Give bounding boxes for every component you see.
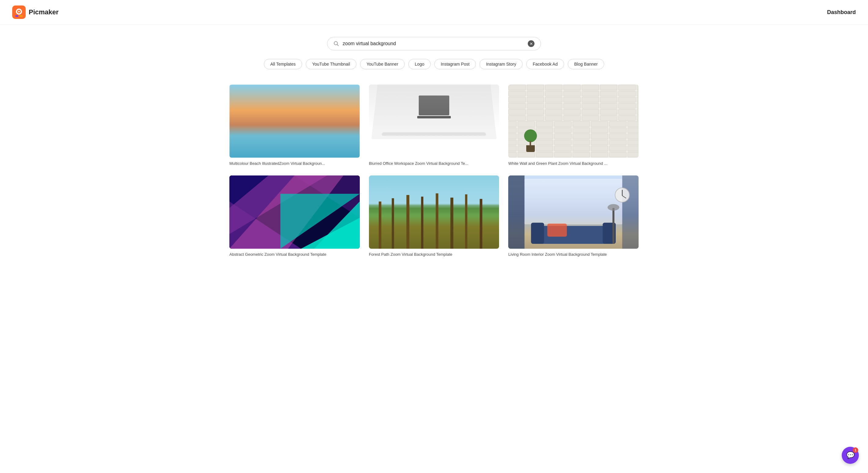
svg-point-3 <box>18 11 20 12</box>
template-thumbnail <box>508 85 639 158</box>
filter-logo[interactable]: Logo <box>408 59 431 69</box>
template-card[interactable]: White Wall and Green Plant Zoom Virtual … <box>508 85 639 166</box>
chat-bubble[interactable]: 💬 1 <box>842 447 859 464</box>
logo[interactable]: Picmaker <box>12 5 59 19</box>
svg-rect-29 <box>369 175 499 249</box>
filter-youtube-banner[interactable]: YouTube Banner <box>360 59 405 69</box>
svg-rect-4 <box>15 15 18 17</box>
logo-text: Picmaker <box>29 8 59 16</box>
svg-rect-33 <box>534 226 613 244</box>
filter-instagram-story[interactable]: Instagram Story <box>479 59 523 69</box>
search-input[interactable] <box>343 41 524 46</box>
filter-instagram-post[interactable]: Instagram Post <box>434 59 476 69</box>
svg-rect-5 <box>20 15 23 17</box>
filter-blog-banner[interactable]: Blog Banner <box>568 59 604 69</box>
chat-icon: 💬 <box>846 451 855 459</box>
svg-marker-18 <box>314 202 360 249</box>
svg-rect-34 <box>531 223 544 244</box>
template-label: Forest Path Zoom Virtual Background Temp… <box>369 252 499 257</box>
filter-youtube-thumb[interactable]: YouTube Thumbnail <box>306 59 356 69</box>
plant-decoration <box>524 129 537 152</box>
svg-rect-31 <box>622 175 639 249</box>
search-area: ✕ All Templates YouTube Thumbnail YouTub… <box>0 25 868 72</box>
logo-icon <box>12 5 26 19</box>
svg-marker-16 <box>301 218 360 249</box>
svg-rect-10 <box>508 85 639 121</box>
svg-rect-37 <box>613 208 615 244</box>
svg-rect-32 <box>525 179 622 224</box>
filter-all[interactable]: All Templates <box>264 59 302 69</box>
svg-rect-30 <box>508 175 524 249</box>
template-label: Multicolour Beach IllustratedZoom Virtua… <box>229 161 360 166</box>
template-thumbnail <box>369 175 499 249</box>
svg-line-7 <box>337 44 339 46</box>
template-label: Blurred Office Workspace Zoom Virtual Ba… <box>369 161 499 166</box>
template-card[interactable]: Blurred Office Workspace Zoom Virtual Ba… <box>369 85 499 166</box>
filter-tabs: All Templates YouTube Thumbnail YouTube … <box>264 59 604 69</box>
close-icon: ✕ <box>530 41 533 46</box>
template-card[interactable]: Living Room Interior Zoom Virtual Backgr… <box>508 175 639 257</box>
header: Picmaker Dashboard <box>0 0 868 25</box>
template-card[interactable]: Multicolour Beach IllustratedZoom Virtua… <box>229 85 360 166</box>
template-thumbnail <box>229 175 360 249</box>
svg-rect-36 <box>547 224 567 237</box>
template-thumbnail <box>229 85 360 158</box>
template-label: White Wall and Green Plant Zoom Virtual … <box>508 161 639 166</box>
template-thumbnail <box>369 85 499 158</box>
filter-facebook-ad[interactable]: Facebook Ad <box>526 59 564 69</box>
template-label: Abstract Geometric Zoom Virtual Backgrou… <box>229 252 360 257</box>
template-thumbnail <box>508 175 639 249</box>
template-card[interactable]: Forest Path Zoom Virtual Background Temp… <box>369 175 499 257</box>
template-label: Living Room Interior Zoom Virtual Backgr… <box>508 252 639 257</box>
chat-badge: 1 <box>853 447 858 453</box>
search-icon <box>334 41 339 46</box>
search-bar: ✕ <box>327 37 541 50</box>
dashboard-link[interactable]: Dashboard <box>827 9 856 15</box>
template-card[interactable]: Abstract Geometric Zoom Virtual Backgrou… <box>229 175 360 257</box>
templates-grid: Multicolour Beach IllustratedZoom Virtua… <box>205 72 663 269</box>
svg-point-38 <box>608 204 619 210</box>
clear-search-button[interactable]: ✕ <box>528 40 534 47</box>
